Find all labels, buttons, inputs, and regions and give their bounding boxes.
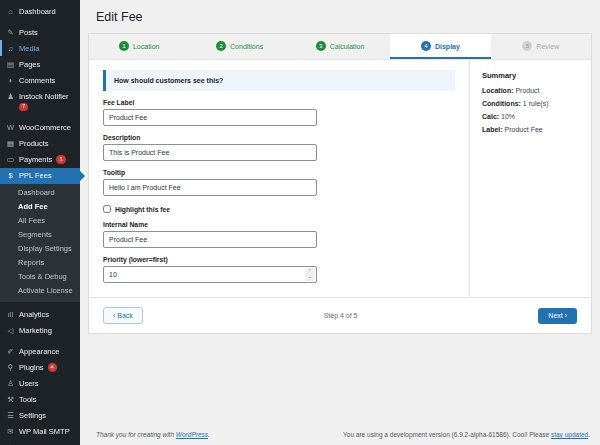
sidebar-item-appearance[interactable]: ✐ Appearance [0,344,80,360]
display-form: How should customers see this? Fee Label… [89,60,469,297]
sidebar-item-products[interactable]: ▦ Products [0,136,80,152]
priority-input[interactable] [103,266,317,283]
step-tab-calculation[interactable]: 3 Calculation [290,34,390,59]
step-label: Display [435,43,460,50]
admin-footer: Thank you for creating with WordPress. Y… [96,431,590,438]
step-tab-display[interactable]: 4 Display [390,34,490,59]
pages-icon: ▤ [6,60,15,69]
sidebar-item-media[interactable]: ♫ Media [0,40,80,56]
highlight-checkbox[interactable] [103,205,111,213]
step-tab-location[interactable]: 1 Location [89,34,189,59]
users-icon: ♙ [6,379,15,388]
active-menu-arrow [80,171,85,181]
fee-label-input[interactable] [103,109,317,126]
info-banner: How should customers see this? [103,70,455,91]
summary-value: 1 rule(s) [521,100,549,107]
submenu-item-segments[interactable]: Segments [0,228,80,242]
summary-row-label: Label: Product Fee [482,126,587,133]
tooltip-input[interactable] [103,179,317,196]
sidebar-item-users[interactable]: ♙ Users [0,376,80,392]
step-tab-review[interactable]: 5 Review [491,34,591,59]
summary-value: Product Fee [503,126,543,133]
submenu-item-display-settings[interactable]: Display Settings [0,242,80,256]
posts-icon: ✎ [6,28,15,37]
sidebar-item-label: Posts [19,28,38,37]
analytics-icon: ıll [6,310,15,319]
sidebar-item-label: WP Mail SMTP [19,427,70,436]
sidebar-item-marketing[interactable]: ◁ Marketing [0,323,80,339]
sidebar-item-analytics[interactable]: ıll Analytics [0,307,80,323]
sidebar-item-label: Settings [19,411,46,420]
media-icon: ♫ [6,44,15,53]
step-number-circle: 2 [216,41,226,51]
sidebar-item-plugins[interactable]: ⚲ Plugins 4 [0,360,80,376]
wizard-stepper: 1 Location 2 Conditions 3 Calculation 4 … [89,34,591,60]
number-spinner[interactable]: ⌃⌄ [305,268,315,281]
main-content: Edit Fee 1 Location 2 Conditions 3 Calcu… [80,0,600,445]
submenu-item-add-fee[interactable]: Add Fee [0,200,80,214]
submenu-item-reports[interactable]: Reports [0,256,80,270]
summary-key: Location: [482,87,514,94]
sidebar-item-instock-notifier[interactable]: ♟ Instock Notifier 7 [0,88,80,115]
sidebar-item-ppl-fees[interactable]: $ PPL Fees [0,168,80,184]
internal-name-input[interactable] [103,231,317,248]
step-label: Location [133,43,159,50]
description-input[interactable] [103,144,317,161]
ppl-fees-icon: $ [6,171,15,180]
summary-row-calc: Calc: 10% [482,113,587,120]
sidebar-item-label: Users [19,379,39,388]
sidebar-item-cwg-rules[interactable]: ⚙ CWG Rules [0,440,80,445]
back-button[interactable]: ‹ Back [103,307,143,324]
notification-badge: 4 [48,363,57,372]
sidebar-item-woocommerce[interactable]: W WooCommerce [0,120,80,136]
notification-badge: 7 [19,103,28,112]
appearance-icon: ✐ [6,347,15,356]
spinner-down-icon[interactable]: ⌄ [308,275,312,280]
products-icon: ▦ [6,139,15,148]
footer-version-text: You are using a development version (6.9… [343,431,551,438]
page-title: Edit Fee [80,0,600,33]
next-button[interactable]: Next › [538,308,577,324]
tooltip-label: Tooltip [103,169,455,176]
sidebar-item-label: PPL Fees [19,171,52,180]
sidebar-item-posts[interactable]: ✎ Posts [0,24,80,40]
description-label: Description [103,134,455,141]
sidebar-bottom-group: ⚙ CWG Rules ◀ Collapse Menu [0,440,80,445]
step-label: Calculation [330,43,365,50]
sidebar-item-label: WooCommerce [19,123,71,132]
sidebar-item-dashboard[interactable]: ⌂ Dashboard [0,3,80,19]
sidebar-item-label: Dashboard [19,7,56,16]
stay-updated-link[interactable]: stay updated [551,431,588,438]
sidebar-item-label: Tools [19,395,37,404]
wordpress-link[interactable]: WordPress [176,431,208,438]
sidebar-item-wp-mail-smtp[interactable]: ✉ WP Mail SMTP [0,424,80,440]
step-tab-conditions[interactable]: 2 Conditions [189,34,289,59]
footer-version: You are using a development version (6.9… [343,431,590,438]
summary-panel: Summary Location: Product Conditions: 1 … [469,60,599,297]
submenu-item-dashboard[interactable]: Dashboard [0,186,80,200]
submenu-item-tools-debug[interactable]: Tools & Debug [0,270,80,284]
summary-key: Calc: [482,113,499,120]
mail-icon: ✉ [6,427,15,436]
wizard-footer: ‹ Back Step 4 of 5 Next › [89,297,591,333]
sidebar-item-label: Comments [19,76,55,85]
instock-notifier-icon: ♟ [6,92,15,101]
step-number-circle: 3 [316,41,326,51]
admin-sidebar: ⌂ Dashboard ✎ Posts ♫ Media ▤ Pages ◗ Co… [0,0,80,445]
summary-value: 10% [499,113,515,120]
submenu-item-all-fees[interactable]: All Fees [0,214,80,228]
sidebar-item-label: Media [19,44,39,53]
sidebar-item-pages[interactable]: ▤ Pages [0,56,80,72]
sidebar-item-comments[interactable]: ◗ Comments [0,72,80,88]
payments-icon: ▭ [6,155,15,164]
submenu-item-activate-license[interactable]: Activate License [0,284,80,298]
sidebar-item-label: Pages [19,60,40,69]
priority-label: Priority (lower=first) [103,256,455,263]
sidebar-item-label: Instock Notifier [19,92,69,101]
sidebar-item-payments[interactable]: ▭ Payments 1 [0,152,80,168]
sidebar-item-settings[interactable]: ☰ Settings [0,408,80,424]
sidebar-item-tools[interactable]: ⚒ Tools [0,392,80,408]
fee-label-label: Fee Label [103,99,455,106]
sidebar-item-label: Appearance [19,347,59,356]
summary-value: Product [514,87,540,94]
